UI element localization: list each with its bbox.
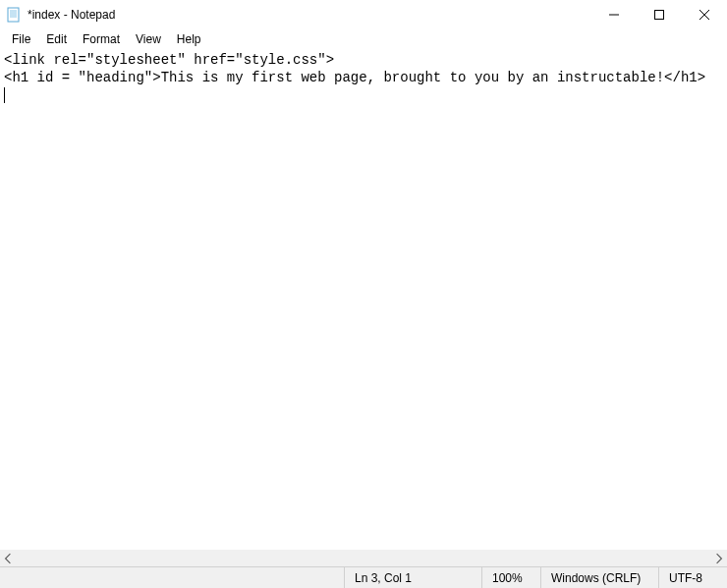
menu-format[interactable]: Format xyxy=(75,31,128,47)
titlebar: *index - Notepad xyxy=(0,0,727,29)
status-zoom: 100% xyxy=(481,567,540,588)
scroll-left-icon[interactable] xyxy=(2,553,14,564)
editor-line-2: <h1 id = "heading">This is my first web … xyxy=(4,70,705,85)
menu-edit[interactable]: Edit xyxy=(38,31,75,47)
status-encoding: UTF-8 xyxy=(658,567,727,588)
window-controls xyxy=(591,0,727,29)
horizontal-scrollbar[interactable] xyxy=(0,550,727,566)
maximize-button[interactable] xyxy=(637,0,682,29)
menu-file[interactable]: File xyxy=(4,31,38,47)
status-line-ending: Windows (CRLF) xyxy=(540,567,658,588)
svg-rect-6 xyxy=(655,11,664,20)
editor-line-1: <link rel="stylesheet" href="style.css"> xyxy=(4,52,334,68)
menu-view[interactable]: View xyxy=(128,31,169,47)
menu-help[interactable]: Help xyxy=(169,31,209,47)
text-editor[interactable]: <link rel="stylesheet" href="style.css">… xyxy=(0,49,727,550)
notepad-icon xyxy=(6,7,22,23)
text-cursor xyxy=(4,87,5,103)
status-cursor-position: Ln 3, Col 1 xyxy=(344,567,481,588)
statusbar: Ln 3, Col 1 100% Windows (CRLF) UTF-8 xyxy=(0,566,727,588)
scroll-right-icon[interactable] xyxy=(713,553,725,564)
menubar: File Edit Format View Help xyxy=(0,29,727,49)
window-title: *index - Notepad xyxy=(28,8,591,22)
minimize-button[interactable] xyxy=(591,0,637,29)
close-button[interactable] xyxy=(682,0,727,29)
